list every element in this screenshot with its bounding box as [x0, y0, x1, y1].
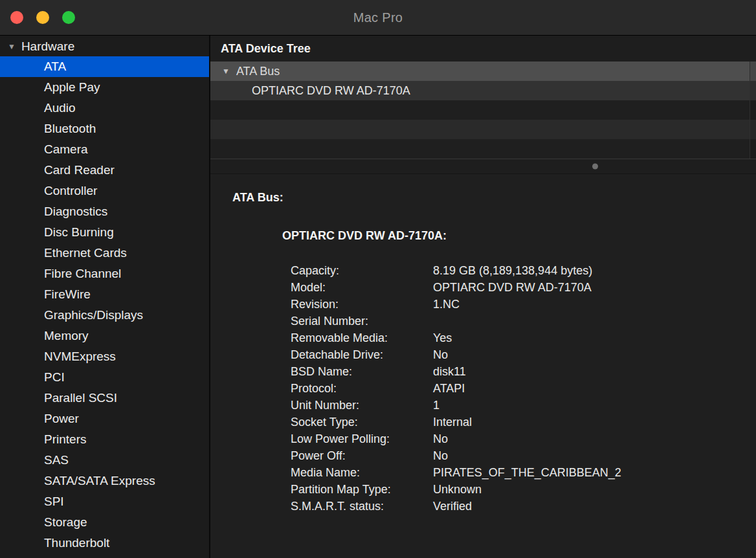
sidebar-item-apple-pay[interactable]: Apple Pay — [0, 77, 209, 98]
detail-label: BSD Name: — [291, 363, 433, 380]
sidebar-section-hardware[interactable]: ▼ Hardware — [0, 37, 209, 56]
detail-row: Serial Number: — [291, 313, 743, 329]
detail-rows: Capacity:8.19 GB (8,189,138,944 bytes)Mo… — [291, 262, 743, 515]
sidebar-item-bluetooth[interactable]: Bluetooth — [0, 118, 209, 139]
detail-label: Unit Number: — [291, 397, 433, 414]
detail-value: OPTIARC DVD RW AD-7170A — [433, 279, 592, 296]
sidebar-item-diagnostics[interactable]: Diagnostics — [0, 201, 209, 222]
detail-value: Unknown — [433, 481, 482, 498]
sidebar-item-sas[interactable]: SAS — [0, 450, 209, 471]
tree-empty-row — [210, 100, 756, 120]
detail-row: S.M.A.R.T. status:Verified — [291, 498, 743, 515]
sidebar-item-card-reader[interactable]: Card Reader — [0, 160, 209, 181]
detail-value: Verified — [433, 498, 472, 515]
tree-row-ata-bus[interactable]: ▼ ATA Bus — [210, 61, 756, 81]
detail-label: Removable Media: — [291, 329, 433, 346]
disclosure-triangle-icon[interactable]: ▼ — [8, 43, 16, 50]
zoom-button[interactable] — [62, 11, 75, 24]
detail-label: Media Name: — [291, 464, 433, 481]
detail-row: Power Off:No — [291, 447, 743, 464]
tree-empty-row — [210, 120, 756, 139]
sidebar-item-sata-sata-express[interactable]: SATA/SATA Express — [0, 471, 209, 491]
detail-row: Socket Type:Internal — [291, 414, 743, 430]
sidebar-item-list: ATAApple PayAudioBluetoothCameraCard Rea… — [0, 56, 209, 558]
sidebar-item-usb[interactable]: USB — [0, 553, 209, 558]
traffic-lights — [10, 11, 75, 24]
sidebar-item-audio[interactable]: Audio — [0, 98, 209, 118]
sidebar-section-label: Hardware — [21, 39, 74, 54]
detail-row: Revision:1.NC — [291, 296, 743, 313]
scrollbar-track[interactable] — [750, 61, 756, 159]
detail-bus-heading: ATA Bus: — [232, 191, 743, 205]
tree-device-label: OPTIARC DVD RW AD-7170A — [252, 84, 410, 98]
sidebar-item-storage[interactable]: Storage — [0, 512, 209, 533]
main-pane: ATA Device Tree ▼ ATA Bus OPTIARC DVD RW… — [210, 36, 756, 558]
detail-value: disk11 — [433, 363, 466, 380]
sidebar-item-thunderbolt[interactable]: Thunderbolt — [0, 533, 209, 553]
window-title: Mac Pro — [353, 10, 403, 25]
detail-label: Capacity: — [291, 262, 433, 279]
detail-row: Unit Number:1 — [291, 397, 743, 414]
titlebar[interactable]: Mac Pro — [0, 0, 756, 36]
tree-bus-label: ATA Bus — [236, 65, 280, 78]
detail-label: Socket Type: — [291, 414, 433, 430]
sidebar-item-printers[interactable]: Printers — [0, 429, 209, 450]
sidebar-item-firewire[interactable]: FireWire — [0, 284, 209, 305]
detail-value: 8.19 GB (8,189,138,944 bytes) — [433, 262, 592, 279]
detail-value: 1.NC — [433, 296, 460, 313]
detail-row: Media Name:PIRATES_OF_THE_CARIBBEAN_2 — [291, 464, 743, 481]
disclosure-triangle-icon[interactable]: ▼ — [222, 67, 230, 75]
tree-row-device[interactable]: OPTIARC DVD RW AD-7170A — [210, 81, 756, 100]
sidebar-item-disc-burning[interactable]: Disc Burning — [0, 222, 209, 243]
detail-label: S.M.A.R.T. status: — [291, 498, 433, 515]
splitter-handle-icon[interactable] — [592, 164, 598, 170]
detail-label: Detachable Drive: — [291, 346, 433, 363]
splitter[interactable] — [210, 159, 756, 174]
detail-label: Serial Number: — [291, 313, 433, 329]
detail-row: Protocol:ATAPI — [291, 380, 743, 397]
detail-value: ATAPI — [433, 380, 465, 397]
sidebar-item-camera[interactable]: Camera — [0, 139, 209, 160]
sidebar-item-graphics-displays[interactable]: Graphics/Displays — [0, 305, 209, 326]
detail-device-heading: OPTIARC DVD RW AD-7170A: — [282, 229, 743, 243]
sidebar-item-ata[interactable]: ATA — [0, 56, 209, 77]
detail-value: PIRATES_OF_THE_CARIBBEAN_2 — [433, 464, 621, 481]
detail-label: Protocol: — [291, 380, 433, 397]
detail-row: BSD Name:disk11 — [291, 363, 743, 380]
device-tree-title: ATA Device Tree — [210, 36, 756, 61]
detail-row: Partition Map Type:Unknown — [291, 481, 743, 498]
detail-row: Detachable Drive:No — [291, 346, 743, 363]
detail-value: No — [433, 346, 448, 363]
tree-empty-row — [210, 139, 756, 159]
system-information-window: Mac Pro ▼ Hardware ATAApple PayAudioBlue… — [0, 0, 756, 558]
detail-row: Model:OPTIARC DVD RW AD-7170A — [291, 279, 743, 296]
detail-value: Internal — [433, 414, 472, 430]
sidebar-item-parallel-scsi[interactable]: Parallel SCSI — [0, 388, 209, 408]
close-button[interactable] — [10, 11, 23, 24]
detail-pane: ATA Bus: OPTIARC DVD RW AD-7170A: Capaci… — [210, 174, 756, 558]
sidebar-item-fibre-channel[interactable]: Fibre Channel — [0, 263, 209, 284]
detail-row: Low Power Polling:No — [291, 430, 743, 447]
detail-value: No — [433, 447, 448, 464]
sidebar-item-pci[interactable]: PCI — [0, 367, 209, 388]
sidebar-item-spi[interactable]: SPI — [0, 491, 209, 512]
detail-label: Power Off: — [291, 447, 433, 464]
sidebar-item-nvmexpress[interactable]: NVMExpress — [0, 346, 209, 367]
device-tree-pane: ATA Device Tree ▼ ATA Bus OPTIARC DVD RW… — [210, 36, 756, 159]
sidebar-item-power[interactable]: Power — [0, 408, 209, 429]
sidebar-item-memory[interactable]: Memory — [0, 326, 209, 346]
minimize-button[interactable] — [36, 11, 49, 24]
detail-label: Partition Map Type: — [291, 481, 433, 498]
detail-value: Yes — [433, 329, 452, 346]
detail-label: Revision: — [291, 296, 433, 313]
detail-label: Model: — [291, 279, 433, 296]
sidebar-item-controller[interactable]: Controller — [0, 181, 209, 201]
sidebar: ▼ Hardware ATAApple PayAudioBluetoothCam… — [0, 36, 210, 558]
detail-value: 1 — [433, 397, 439, 414]
detail-label: Low Power Polling: — [291, 430, 433, 447]
detail-row: Capacity:8.19 GB (8,189,138,944 bytes) — [291, 262, 743, 279]
detail-value: No — [433, 430, 448, 447]
detail-row: Removable Media:Yes — [291, 329, 743, 346]
window-content: ▼ Hardware ATAApple PayAudioBluetoothCam… — [0, 36, 756, 558]
sidebar-item-ethernet-cards[interactable]: Ethernet Cards — [0, 243, 209, 263]
